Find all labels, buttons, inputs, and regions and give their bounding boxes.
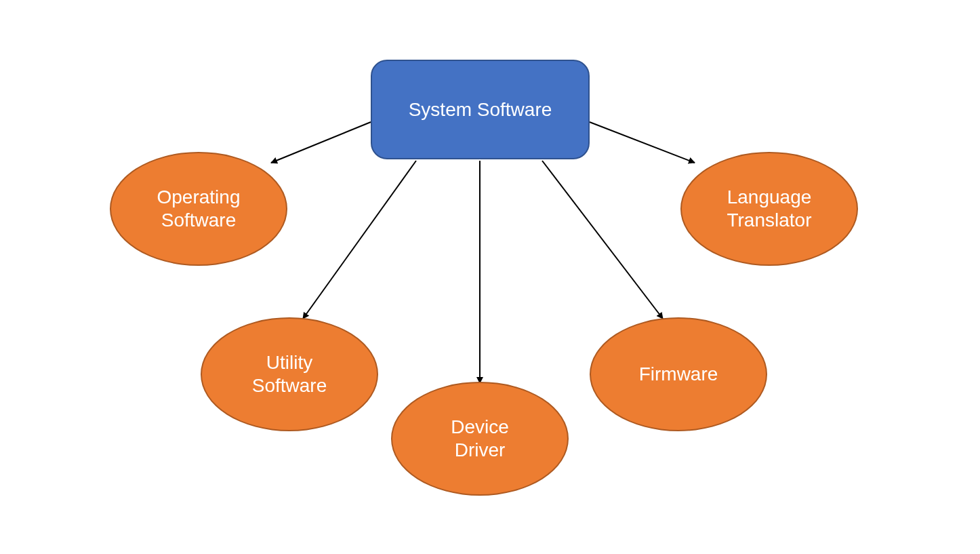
node-device-driver: Device Driver xyxy=(391,382,569,496)
svg-line-0 xyxy=(271,122,371,163)
root-label: System Software xyxy=(409,99,552,121)
node-utility-software: Utility Software xyxy=(201,317,378,431)
node-label: Operating Software xyxy=(157,186,241,231)
node-label: Language Translator xyxy=(727,186,811,231)
svg-line-4 xyxy=(590,122,695,163)
svg-line-3 xyxy=(542,161,663,319)
svg-line-1 xyxy=(303,161,416,319)
root-node-system-software: System Software xyxy=(371,60,590,159)
node-label: Utility Software xyxy=(252,351,327,397)
node-language-translator: Language Translator xyxy=(680,152,858,266)
node-label: Firmware xyxy=(639,363,718,386)
node-label: Device Driver xyxy=(451,416,509,461)
node-operating-software: Operating Software xyxy=(110,152,287,266)
node-firmware: Firmware xyxy=(590,317,767,431)
